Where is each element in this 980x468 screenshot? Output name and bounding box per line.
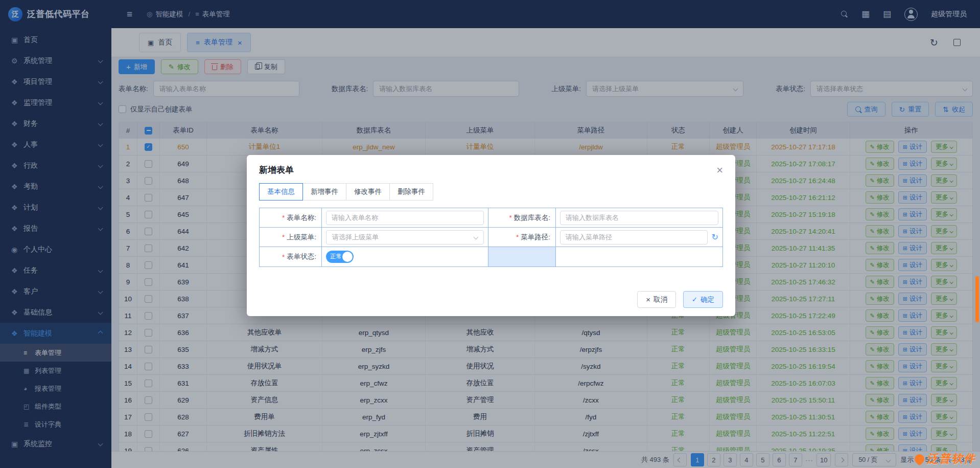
form-name-input[interactable] [326, 211, 484, 225]
check-icon: ✓ [692, 296, 697, 303]
form-status-field-label: *表单状态: [260, 247, 322, 266]
required-asterisk: * [282, 253, 285, 261]
cancel-button-label: 取消 [654, 295, 667, 304]
field-label-text: 数据库表名: [514, 213, 550, 222]
empty-field-cell [556, 247, 722, 266]
toggle-label: 正常 [330, 254, 342, 260]
menu-path-input[interactable] [560, 230, 708, 244]
db-table-field-label: *数据库表名: [488, 208, 556, 228]
modal-tab-basic-info[interactable]: 基本信息 [259, 183, 303, 200]
field-label-text: 菜单路径: [521, 233, 550, 242]
confirm-button-label: 确定 [701, 295, 714, 304]
empty-label-cell [488, 247, 556, 266]
modal-tab-add-event[interactable]: 新增事件 [302, 183, 346, 200]
modal-tabs: 基本信息新增事件修改事件删除事件 [259, 183, 723, 200]
required-asterisk: * [509, 214, 511, 221]
parent-menu-field: 请选择上级菜单 [322, 228, 488, 247]
app-window: 泛 泛普低代码平台 ≡ ◎智能建模/≡表单管理 ▦ ▤ 超级管理员 ▣首页⚙系统… [0, 0, 980, 468]
field-label-text: 上级菜单: [287, 233, 316, 242]
required-asterisk: * [282, 233, 285, 241]
modal-form: *表单名称: *数据库表名: *上级菜单: 请选择上级菜单 *菜单路径: ↻ *… [259, 208, 723, 267]
refresh-path-icon[interactable]: ↻ [712, 233, 718, 241]
close-icon: × [646, 296, 650, 303]
add-form-modal: 新增表单 × 基本信息新增事件修改事件删除事件 *表单名称: *数据库表名: *… [247, 155, 735, 316]
modal-footer: ×取消 ✓确定 [637, 291, 723, 308]
scrollbar-thumb[interactable] [975, 276, 979, 322]
parent-menu-field-label: *上级菜单: [260, 228, 322, 247]
required-asterisk: * [516, 233, 519, 241]
close-icon[interactable]: × [716, 165, 723, 176]
db-table-field [556, 208, 722, 228]
cancel-button[interactable]: ×取消 [637, 291, 676, 308]
form-name-field-label: *表单名称: [260, 208, 322, 228]
parent-menu-select[interactable]: 请选择上级菜单 [326, 230, 484, 244]
confirm-button[interactable]: ✓确定 [683, 291, 723, 308]
modal-tab-delete-event[interactable]: 删除事件 [389, 183, 433, 200]
modal-title: 新增表单 [259, 164, 294, 176]
form-name-field [322, 208, 488, 228]
field-label-text: 表单名称: [287, 213, 316, 222]
field-label-text: 表单状态: [287, 252, 316, 261]
menu-path-field: ↻ [556, 228, 722, 247]
form-status-field: 正常 [322, 247, 488, 266]
modal-header: 新增表单 × [247, 155, 735, 181]
menu-path-field-label: *菜单路径: [488, 228, 556, 247]
form-status-toggle[interactable]: 正常 [326, 251, 354, 263]
chevron-down-icon [474, 235, 479, 240]
required-asterisk: * [282, 214, 285, 221]
db-table-input[interactable] [560, 211, 718, 225]
parent-menu-placeholder: 请选择上级菜单 [332, 233, 379, 242]
modal-tab-edit-event[interactable]: 修改事件 [346, 183, 390, 200]
